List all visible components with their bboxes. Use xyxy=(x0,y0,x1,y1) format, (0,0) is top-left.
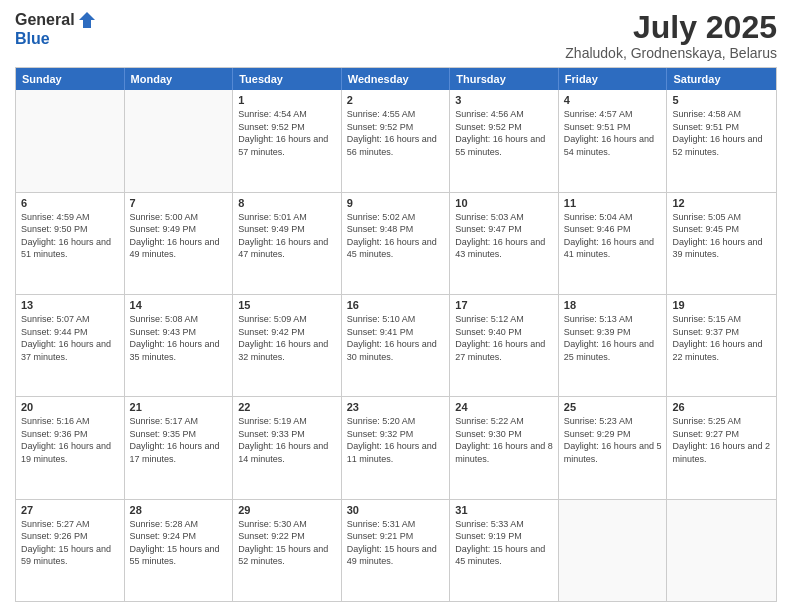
day-number: 29 xyxy=(238,504,336,516)
cell-info: Sunrise: 5:09 AM Sunset: 9:42 PM Dayligh… xyxy=(238,313,336,363)
cell-info: Sunrise: 5:05 AM Sunset: 9:45 PM Dayligh… xyxy=(672,211,771,261)
day-cell-7: 7Sunrise: 5:00 AM Sunset: 9:49 PM Daylig… xyxy=(125,193,234,294)
logo-blue: Blue xyxy=(15,30,50,48)
day-number: 31 xyxy=(455,504,553,516)
day-number: 17 xyxy=(455,299,553,311)
day-number: 10 xyxy=(455,197,553,209)
day-number: 13 xyxy=(21,299,119,311)
cell-info: Sunrise: 5:16 AM Sunset: 9:36 PM Dayligh… xyxy=(21,415,119,465)
calendar-week-3: 13Sunrise: 5:07 AM Sunset: 9:44 PM Dayli… xyxy=(16,295,776,397)
cell-info: Sunrise: 5:25 AM Sunset: 9:27 PM Dayligh… xyxy=(672,415,771,465)
header: General Blue July 2025 Zhaludok, Grodnen… xyxy=(15,10,777,61)
cell-info: Sunrise: 4:55 AM Sunset: 9:52 PM Dayligh… xyxy=(347,108,445,158)
day-number: 16 xyxy=(347,299,445,311)
day-number: 15 xyxy=(238,299,336,311)
day-number: 5 xyxy=(672,94,771,106)
empty-cell xyxy=(559,500,668,601)
title-block: July 2025 Zhaludok, Grodnenskaya, Belaru… xyxy=(565,10,777,61)
cell-info: Sunrise: 5:15 AM Sunset: 9:37 PM Dayligh… xyxy=(672,313,771,363)
header-day-wednesday: Wednesday xyxy=(342,68,451,90)
day-number: 24 xyxy=(455,401,553,413)
day-number: 9 xyxy=(347,197,445,209)
day-cell-20: 20Sunrise: 5:16 AM Sunset: 9:36 PM Dayli… xyxy=(16,397,125,498)
day-cell-24: 24Sunrise: 5:22 AM Sunset: 9:30 PM Dayli… xyxy=(450,397,559,498)
day-number: 20 xyxy=(21,401,119,413)
day-cell-4: 4Sunrise: 4:57 AM Sunset: 9:51 PM Daylig… xyxy=(559,90,668,191)
day-number: 6 xyxy=(21,197,119,209)
day-number: 1 xyxy=(238,94,336,106)
calendar-week-1: 1Sunrise: 4:54 AM Sunset: 9:52 PM Daylig… xyxy=(16,90,776,192)
cell-info: Sunrise: 5:13 AM Sunset: 9:39 PM Dayligh… xyxy=(564,313,662,363)
cell-info: Sunrise: 5:07 AM Sunset: 9:44 PM Dayligh… xyxy=(21,313,119,363)
cell-info: Sunrise: 5:23 AM Sunset: 9:29 PM Dayligh… xyxy=(564,415,662,465)
day-cell-15: 15Sunrise: 5:09 AM Sunset: 9:42 PM Dayli… xyxy=(233,295,342,396)
day-cell-2: 2Sunrise: 4:55 AM Sunset: 9:52 PM Daylig… xyxy=(342,90,451,191)
day-number: 23 xyxy=(347,401,445,413)
day-cell-23: 23Sunrise: 5:20 AM Sunset: 9:32 PM Dayli… xyxy=(342,397,451,498)
cell-info: Sunrise: 4:59 AM Sunset: 9:50 PM Dayligh… xyxy=(21,211,119,261)
empty-cell xyxy=(667,500,776,601)
header-day-thursday: Thursday xyxy=(450,68,559,90)
day-number: 26 xyxy=(672,401,771,413)
cell-info: Sunrise: 5:10 AM Sunset: 9:41 PM Dayligh… xyxy=(347,313,445,363)
cell-info: Sunrise: 5:03 AM Sunset: 9:47 PM Dayligh… xyxy=(455,211,553,261)
day-number: 12 xyxy=(672,197,771,209)
day-cell-3: 3Sunrise: 4:56 AM Sunset: 9:52 PM Daylig… xyxy=(450,90,559,191)
day-number: 21 xyxy=(130,401,228,413)
header-day-friday: Friday xyxy=(559,68,668,90)
svg-marker-0 xyxy=(79,12,95,28)
day-cell-12: 12Sunrise: 5:05 AM Sunset: 9:45 PM Dayli… xyxy=(667,193,776,294)
cell-info: Sunrise: 5:12 AM Sunset: 9:40 PM Dayligh… xyxy=(455,313,553,363)
cell-info: Sunrise: 5:27 AM Sunset: 9:26 PM Dayligh… xyxy=(21,518,119,568)
page: General Blue July 2025 Zhaludok, Grodnen… xyxy=(0,0,792,612)
day-number: 11 xyxy=(564,197,662,209)
logo-icon xyxy=(77,10,97,30)
day-cell-21: 21Sunrise: 5:17 AM Sunset: 9:35 PM Dayli… xyxy=(125,397,234,498)
day-cell-6: 6Sunrise: 4:59 AM Sunset: 9:50 PM Daylig… xyxy=(16,193,125,294)
calendar-week-2: 6Sunrise: 4:59 AM Sunset: 9:50 PM Daylig… xyxy=(16,193,776,295)
day-cell-8: 8Sunrise: 5:01 AM Sunset: 9:49 PM Daylig… xyxy=(233,193,342,294)
day-cell-27: 27Sunrise: 5:27 AM Sunset: 9:26 PM Dayli… xyxy=(16,500,125,601)
cell-info: Sunrise: 4:57 AM Sunset: 9:51 PM Dayligh… xyxy=(564,108,662,158)
cell-info: Sunrise: 5:20 AM Sunset: 9:32 PM Dayligh… xyxy=(347,415,445,465)
day-number: 4 xyxy=(564,94,662,106)
logo: General Blue xyxy=(15,10,97,48)
day-number: 2 xyxy=(347,94,445,106)
day-number: 28 xyxy=(130,504,228,516)
day-number: 25 xyxy=(564,401,662,413)
subtitle: Zhaludok, Grodnenskaya, Belarus xyxy=(565,45,777,61)
header-day-saturday: Saturday xyxy=(667,68,776,90)
day-number: 7 xyxy=(130,197,228,209)
day-number: 14 xyxy=(130,299,228,311)
cell-info: Sunrise: 5:01 AM Sunset: 9:49 PM Dayligh… xyxy=(238,211,336,261)
day-number: 30 xyxy=(347,504,445,516)
cell-info: Sunrise: 5:00 AM Sunset: 9:49 PM Dayligh… xyxy=(130,211,228,261)
cell-info: Sunrise: 4:54 AM Sunset: 9:52 PM Dayligh… xyxy=(238,108,336,158)
day-cell-17: 17Sunrise: 5:12 AM Sunset: 9:40 PM Dayli… xyxy=(450,295,559,396)
day-cell-9: 9Sunrise: 5:02 AM Sunset: 9:48 PM Daylig… xyxy=(342,193,451,294)
day-number: 27 xyxy=(21,504,119,516)
day-cell-11: 11Sunrise: 5:04 AM Sunset: 9:46 PM Dayli… xyxy=(559,193,668,294)
day-cell-14: 14Sunrise: 5:08 AM Sunset: 9:43 PM Dayli… xyxy=(125,295,234,396)
day-number: 19 xyxy=(672,299,771,311)
main-title: July 2025 xyxy=(565,10,777,45)
logo-general: General xyxy=(15,11,75,29)
cell-info: Sunrise: 5:08 AM Sunset: 9:43 PM Dayligh… xyxy=(130,313,228,363)
cell-info: Sunrise: 5:33 AM Sunset: 9:19 PM Dayligh… xyxy=(455,518,553,568)
day-cell-19: 19Sunrise: 5:15 AM Sunset: 9:37 PM Dayli… xyxy=(667,295,776,396)
cell-info: Sunrise: 5:28 AM Sunset: 9:24 PM Dayligh… xyxy=(130,518,228,568)
cell-info: Sunrise: 5:31 AM Sunset: 9:21 PM Dayligh… xyxy=(347,518,445,568)
empty-cell xyxy=(125,90,234,191)
cell-info: Sunrise: 5:17 AM Sunset: 9:35 PM Dayligh… xyxy=(130,415,228,465)
header-day-monday: Monday xyxy=(125,68,234,90)
cell-info: Sunrise: 5:30 AM Sunset: 9:22 PM Dayligh… xyxy=(238,518,336,568)
day-number: 3 xyxy=(455,94,553,106)
day-cell-29: 29Sunrise: 5:30 AM Sunset: 9:22 PM Dayli… xyxy=(233,500,342,601)
calendar-header: SundayMondayTuesdayWednesdayThursdayFrid… xyxy=(16,68,776,90)
day-cell-18: 18Sunrise: 5:13 AM Sunset: 9:39 PM Dayli… xyxy=(559,295,668,396)
calendar-week-4: 20Sunrise: 5:16 AM Sunset: 9:36 PM Dayli… xyxy=(16,397,776,499)
day-cell-10: 10Sunrise: 5:03 AM Sunset: 9:47 PM Dayli… xyxy=(450,193,559,294)
cell-info: Sunrise: 5:02 AM Sunset: 9:48 PM Dayligh… xyxy=(347,211,445,261)
cell-info: Sunrise: 5:19 AM Sunset: 9:33 PM Dayligh… xyxy=(238,415,336,465)
day-cell-25: 25Sunrise: 5:23 AM Sunset: 9:29 PM Dayli… xyxy=(559,397,668,498)
